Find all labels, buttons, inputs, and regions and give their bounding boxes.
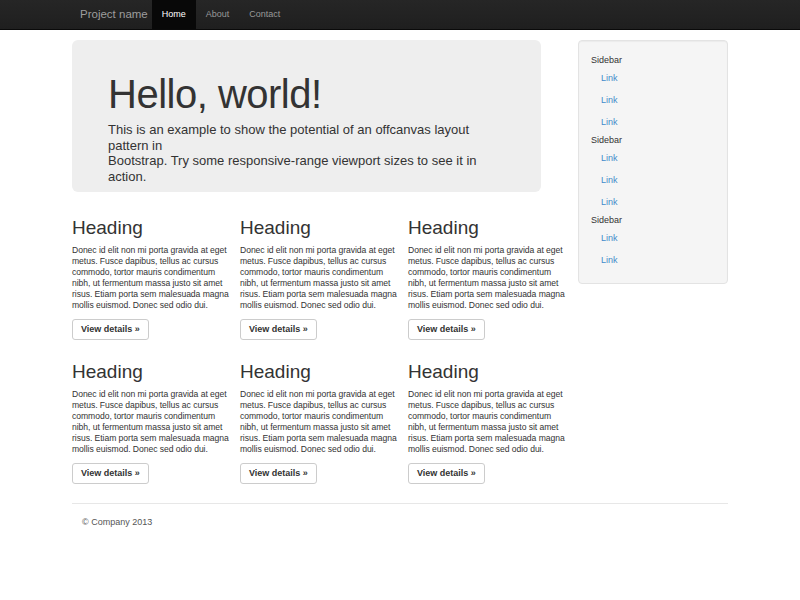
view-details-button[interactable]: View details » (240, 319, 317, 340)
card-heading: Heading (240, 361, 398, 383)
sidebar-group: Sidebar Link Link Link (591, 53, 715, 133)
view-details-button[interactable]: View details » (408, 463, 485, 484)
cards-grid: Heading Donec id elit non mi porta gravi… (72, 217, 566, 484)
sidebar-link-item: Link (591, 111, 715, 133)
view-details-button[interactable]: View details » (408, 319, 485, 340)
card-heading: Heading (72, 217, 230, 239)
card-heading: Heading (240, 217, 398, 239)
sidebar-link-item: Link (591, 169, 715, 191)
card-body-text: Donec id elit non mi porta gravida at eg… (408, 389, 566, 455)
content-card: Heading Donec id elit non mi porta gravi… (72, 217, 230, 340)
navbar-item-link[interactable]: Home (152, 0, 196, 29)
navbar-item: About (196, 0, 240, 29)
card-body-text: Donec id elit non mi porta gravida at eg… (240, 245, 398, 311)
sidebar-link-item: Link (591, 249, 715, 271)
content-card: Heading Donec id elit non mi porta gravi… (72, 361, 230, 484)
navbar: Project name Home About Contact (0, 0, 800, 30)
sidebar-link[interactable]: Link (591, 169, 715, 191)
sidebar-group-title: Sidebar (591, 213, 715, 227)
sidebar-link[interactable]: Link (591, 249, 715, 271)
copyright-text: © Company 2013 (82, 517, 728, 527)
sidebar-link-item: Link (591, 147, 715, 169)
sidebar-link-item: Link (591, 89, 715, 111)
brand-link[interactable]: Project name (72, 0, 152, 29)
sidebar-link[interactable]: Link (591, 111, 715, 133)
sidebar-link[interactable]: Link (591, 67, 715, 89)
card-heading: Heading (408, 361, 566, 383)
content-card: Heading Donec id elit non mi porta gravi… (240, 361, 398, 484)
sidebar-group: Sidebar Link Link (591, 213, 715, 271)
main-container: Hello, world! This is an example to show… (72, 40, 728, 527)
navbar-menu: Home About Contact (152, 0, 291, 29)
sidebar-link-list: Link Link Link (591, 67, 715, 133)
jumbotron-description: This is an example to show the potential… (108, 122, 505, 184)
sidebar-link[interactable]: Link (591, 89, 715, 111)
content-card: Heading Donec id elit non mi porta gravi… (240, 217, 398, 340)
card-heading: Heading (72, 361, 230, 383)
card-body-text: Donec id elit non mi porta gravida at eg… (408, 245, 566, 311)
sidebar-group-title: Sidebar (591, 133, 715, 147)
card-body-text: Donec id elit non mi porta gravida at eg… (72, 245, 230, 311)
sidebar-group: Sidebar Link Link Link (591, 133, 715, 213)
sidebar-link[interactable]: Link (591, 227, 715, 249)
navbar-item: Home (152, 0, 196, 29)
sidebar-link-list: Link Link Link (591, 147, 715, 213)
sidebar-link-item: Link (591, 67, 715, 89)
footer-divider (72, 503, 728, 504)
sidebar-group-title: Sidebar (591, 53, 715, 67)
footer: © Company 2013 (72, 517, 728, 527)
card-body-text: Donec id elit non mi porta gravida at eg… (72, 389, 230, 455)
sidebar-link[interactable]: Link (591, 147, 715, 169)
content-card: Heading Donec id elit non mi porta gravi… (408, 361, 566, 484)
navbar-item-link[interactable]: Contact (239, 0, 290, 29)
jumbotron: Hello, world! This is an example to show… (72, 40, 541, 192)
view-details-button[interactable]: View details » (240, 463, 317, 484)
view-details-button[interactable]: View details » (72, 319, 149, 340)
card-heading: Heading (408, 217, 566, 239)
sidebar: Sidebar Link Link Link Sidebar Link Link… (578, 40, 728, 284)
content-card: Heading Donec id elit non mi porta gravi… (408, 217, 566, 340)
jumbotron-title: Hello, world! (108, 74, 505, 114)
navbar-item-link[interactable]: About (196, 0, 240, 29)
sidebar-link-item: Link (591, 191, 715, 213)
navbar-item: Contact (239, 0, 290, 29)
sidebar-link[interactable]: Link (591, 191, 715, 213)
card-body-text: Donec id elit non mi porta gravida at eg… (240, 389, 398, 455)
sidebar-link-list: Link Link (591, 227, 715, 271)
sidebar-link-item: Link (591, 227, 715, 249)
view-details-button[interactable]: View details » (72, 463, 149, 484)
navbar-inner: Project name Home About Contact (72, 0, 728, 29)
